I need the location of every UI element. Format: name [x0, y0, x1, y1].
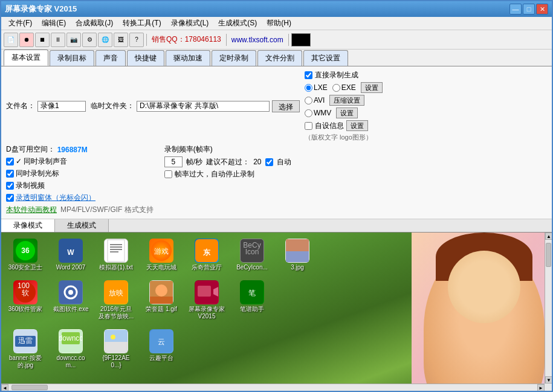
menu-generate-mode[interactable]: 生成模式(S) [213, 17, 262, 30]
settings-row1: 文件名： 临时文件夹： 选择 直接录制生成 [6, 70, 547, 142]
toolbar-camera[interactable]: 📷 [66, 33, 81, 47]
icon-photo-img [104, 329, 128, 353]
select-folder-button[interactable]: 选择 [272, 100, 300, 112]
tab-record-target[interactable]: 录制目标 [50, 50, 94, 66]
temp-folder-input[interactable] [137, 101, 270, 112]
toolbar-color-preview [291, 33, 311, 47]
watermark-settings-button[interactable]: 设置 [346, 120, 368, 131]
icon-hua[interactable]: 荣誉题 1.gif [143, 280, 179, 320]
toolbar-new[interactable]: 📄 [4, 33, 18, 47]
svg-rect-18 [286, 251, 309, 262]
icon-screenshot-label: 截图软件.exe [53, 306, 89, 313]
icon-downcc-img: downcc [59, 329, 83, 353]
tab-driver[interactable]: 驱动加速 [166, 50, 210, 66]
filename-input[interactable] [37, 101, 86, 112]
icon-banner[interactable]: 迅雷 banner·按爱的.jpg [7, 329, 44, 369]
transparent-link[interactable]: 录透明窗体（光标会闪） [16, 193, 95, 203]
menu-edit[interactable]: 编辑(E) [37, 17, 71, 30]
tab-other[interactable]: 其它设置 [303, 50, 348, 66]
record-cursor-checkbox[interactable] [6, 170, 14, 178]
record-video-checkbox[interactable] [6, 182, 14, 190]
icon-becy-label: BeCyIcon... [236, 264, 268, 271]
icon-cloud[interactable]: 云 云趣平台 [143, 329, 179, 369]
icon-photo[interactable]: {9F122AE0...} [98, 329, 134, 369]
menu-composite[interactable]: 合成截取(J) [71, 17, 118, 30]
icon-bispectral[interactable]: 笔 笔谱助手 [234, 280, 270, 320]
icon-row-3: 迅雷 banner·按爱的.jpg downcc downcc.com... [7, 329, 406, 369]
scroll-h-thumb[interactable] [11, 385, 48, 390]
svg-point-43 [111, 335, 115, 339]
icon-downcc-label: downcc.com... [53, 355, 89, 369]
scrollbar-vertical[interactable]: ▲ ▼ [545, 233, 552, 384]
tab-timer[interactable]: 定时录制 [212, 50, 256, 66]
fps-label: 帧/秒 [186, 157, 202, 167]
toolbar-stop[interactable]: ⏹ [35, 33, 50, 47]
toolbar-pause[interactable]: ⏸ [51, 33, 65, 47]
exe-radio[interactable] [332, 84, 340, 92]
icon-jpg3[interactable]: 3.jpg [279, 239, 315, 271]
toolbar-settings-icon[interactable]: ⚙ [82, 33, 97, 47]
menu-convert[interactable]: 转换工具(T) [118, 17, 166, 30]
svg-point-24 [68, 290, 73, 295]
mode-tab-record[interactable]: 录像模式 [1, 219, 55, 232]
watermark-checkbox[interactable] [305, 122, 312, 130]
auto-checkbox[interactable] [265, 158, 273, 166]
direct-record-label: 直接录制生成 [315, 70, 358, 80]
toolbar-help-icon[interactable]: ? [129, 33, 144, 47]
minimize-button[interactable]: — [509, 4, 522, 14]
menu-bar: 文件(F) 编辑(E) 合成截取(J) 转换工具(T) 录像模式(L) 生成模式… [1, 17, 552, 30]
transparent-checkbox[interactable] [6, 194, 14, 202]
icon-screenshot[interactable]: 截图软件.exe [53, 280, 89, 320]
tab-basic-settings[interactable]: 基本设置 [4, 50, 48, 66]
mode-tab-generate[interactable]: 生成模式 [55, 219, 109, 232]
auto-stop-checkbox[interactable] [164, 170, 172, 178]
menu-record-mode[interactable]: 录像模式(L) [166, 17, 214, 30]
toolbar-globe[interactable]: 🌐 [98, 33, 112, 47]
scroll-v-thumb[interactable] [546, 243, 551, 267]
settings2-button[interactable]: 设置 [336, 108, 358, 118]
scroll-left-button[interactable]: ◄ [1, 384, 8, 391]
tab-split[interactable]: 文件分割 [257, 50, 302, 66]
icon-txt-sim[interactable]: 模拟器(1).txt [98, 239, 134, 271]
direct-record-checkbox[interactable] [305, 71, 312, 79]
tab-sound[interactable]: 声音 [95, 50, 126, 66]
scrollbar-horizontal[interactable]: ◄ ► [1, 384, 545, 391]
record-sound-checkbox[interactable] [6, 158, 14, 165]
wmv-radio[interactable] [305, 109, 312, 117]
icon-2016[interactable]: 放映 2016年元旦及春节放映... [98, 280, 134, 320]
avi-label: AVI [314, 96, 325, 104]
icon-recorder[interactable]: 屏幕录像专家 V2015 [189, 280, 225, 320]
tab-hotkey[interactable]: 快捷键 [127, 50, 164, 66]
lxe-radio[interactable] [305, 84, 312, 92]
maximize-button[interactable]: □ [523, 4, 535, 14]
right-panel: 直接录制生成 LXE EXE 设置 [305, 70, 383, 142]
toolbar-image[interactable]: 🖼 [114, 33, 128, 47]
icon-word2007[interactable]: W Word 2007 [53, 239, 89, 271]
tutorial-link[interactable]: 本软件动画教程 [6, 205, 57, 215]
wmv-radio-label: WMV [305, 109, 331, 117]
icon-360-security[interactable]: 36 360安全卫士 [7, 239, 44, 271]
menu-file[interactable]: 文件(F) [4, 17, 37, 30]
auto-label: 自动 [277, 157, 291, 167]
avi-radio[interactable] [305, 97, 312, 104]
icon-app[interactable]: 东 乐奇营业厅 [189, 239, 225, 271]
icon-360soft[interactable]: 软100 360软件管家 [7, 280, 44, 320]
icon-becy[interactable]: BeCyIcon BeCyIcon... [234, 239, 270, 271]
toolbar-record[interactable]: ⏺ [19, 33, 34, 47]
scroll-up-button[interactable]: ▲ [545, 233, 552, 240]
icon-downcc[interactable]: downcc downcc.com... [53, 329, 89, 369]
close-button[interactable]: ✕ [536, 4, 548, 14]
scroll-right-button[interactable]: ► [537, 384, 545, 391]
svg-text:笔: 笔 [248, 289, 256, 297]
scroll-v-track[interactable] [545, 240, 552, 376]
toolbar-url[interactable]: www.tlxsoft.com [229, 36, 286, 44]
icon-game[interactable]: 游戏 天天电玩城 [143, 239, 179, 271]
menu-help[interactable]: 帮助(H) [262, 17, 296, 30]
compress-button[interactable]: 压缩设置 [329, 95, 364, 106]
settings1-button[interactable]: 设置 [361, 82, 383, 93]
direct-record-row: 直接录制生成 [305, 70, 383, 80]
svg-text:100: 100 [18, 281, 30, 290]
scroll-down-button[interactable]: ▼ [545, 376, 552, 384]
scroll-h-track[interactable] [8, 384, 537, 391]
freq-input[interactable] [164, 156, 183, 167]
